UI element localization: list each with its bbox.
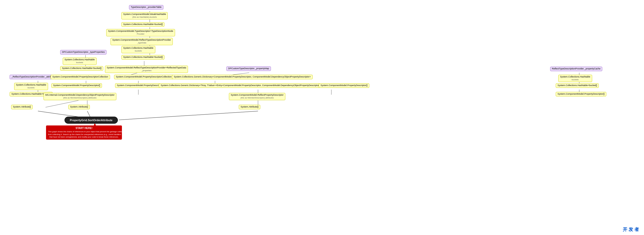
node-buckets-prop-cache: System.Collections.Hashtable+bucket[] xyxy=(556,83,599,88)
node-text-weak-hashtable: System.ComponentModel.WeakHashtable xyxy=(123,13,166,16)
node-box-buckets-pc: System.Collections.Hashtable+bucket[] xyxy=(556,83,599,88)
node-label-hashtable-td: buckets xyxy=(123,50,154,52)
node-box-attr-2: System.Attribute[] xyxy=(68,105,90,109)
node-box-pda-1: System.ComponentModel.PropertyDescriptor… xyxy=(51,83,102,88)
node-box-type-desc-node: System.ComponentModel.TypeDescriptor+Typ… xyxy=(106,29,175,36)
node-sys-attr-2: System.Attribute[] xyxy=(68,105,90,109)
node-box-dp-custom-type-props: DPCustomTypeDescriptor._typeProperties xyxy=(60,50,106,55)
node-box-generic-dict: System.Collections.Generic.Dictionary<Co… xyxy=(172,75,313,79)
node-box-buckets-3: System.Collections.Hashtable+bucket[] xyxy=(60,66,103,71)
node-box-pda-pc: System.ComponentModel.PropertyDescriptor… xyxy=(556,92,606,96)
node-box-generic-dict-entries: System.Collections.Generic.Dictionary<TK… xyxy=(159,83,324,88)
node-box-weak-hashtable: System.ComponentModel.WeakHashtable (thi… xyxy=(121,12,168,19)
node-box-hashtable-prop-cache: System.Collections.Hashtable buckets xyxy=(558,75,592,82)
node-box-pda-2: System.ComponentModel.PropertyDescriptor… xyxy=(115,83,166,88)
node-box-dep-obj-prop-desc: MS.Internal.ComponentModel.DependencyObj… xyxy=(44,93,116,100)
node-box-reflect-type-desc: System.ComponentModel.ReflectTypeDescrip… xyxy=(111,38,173,45)
node-prop-desc-collection-2: System.ComponentModel.PropertyDescriptor… xyxy=(114,75,174,79)
node-box-reflect-prop-desc: System.ComponentModel.ReflectPropertyDes… xyxy=(229,93,285,100)
node-text-dep-obj: MS.Internal.ComponentModel.DependencyObj… xyxy=(45,94,115,97)
node-type-descriptor-provider-table: TypeDescriptor._providerTable xyxy=(129,5,163,10)
node-start-here: START HERE! This graph shows the chains … xyxy=(46,125,122,140)
node-dp-custom-prop-map: DPCustomTypeDescriptor._propertyMap xyxy=(226,66,271,71)
main-canvas: TypeDescriptor._providerTable System.Com… xyxy=(0,0,644,235)
node-prop-desc-collection-1: System.ComponentModel.PropertyDescriptor… xyxy=(51,75,110,79)
node-label-type-desc: Provider xyxy=(108,33,173,35)
node-prop-cache-label: ReflectTypeDescriptionProvider._property… xyxy=(550,67,602,71)
node-hashtable-prop-cache: System.Collections.Hashtable buckets xyxy=(558,75,592,82)
node-dep-obj-prop-desc: MS.Internal.ComponentModel.DependencyObj… xyxy=(44,93,116,100)
node-hashtable-attr-cache: System.Collections.Hashtable buckets xyxy=(14,83,48,90)
node-box-attr-1: System.Attribute[] xyxy=(11,105,33,109)
node-reflect-type-desc-provider: System.ComponentModel.ReflectTypeDescrip… xyxy=(111,38,173,45)
node-text-type-desc: System.ComponentModel.TypeDescriptor+Typ… xyxy=(108,30,173,33)
node-box-prop-cache-label: ReflectTypeDescriptionProvider._property… xyxy=(550,67,602,71)
node-generic-dict: System.Collections.Generic.Dictionary<Co… xyxy=(172,75,313,79)
node-box-dp-prop-map: DPCustomTypeDescriptor._propertyMap xyxy=(226,66,271,71)
node-box-type-descriptor: TypeDescriptor._providerTable xyxy=(129,5,163,10)
node-box-reflected-type-data: System.ComponentModel.ReflectTypeDescrip… xyxy=(105,66,188,73)
node-prop-desc-arr-1: System.ComponentModel.PropertyDescriptor… xyxy=(51,83,102,88)
start-here-title: START HERE! xyxy=(48,126,120,130)
node-prop-desc-arr-right: System.ComponentModel.PropertyDescriptor… xyxy=(319,83,369,88)
node-prop-desc-arr-2: System.ComponentModel.PropertyDescriptor… xyxy=(115,83,166,88)
start-here-desc: This graph shows the chains of reference… xyxy=(48,130,120,139)
node-box-pdc-2: System.ComponentModel.PropertyDescriptor… xyxy=(114,75,174,79)
node-text-reflect: System.ComponentModel.ReflectTypeDescrip… xyxy=(112,39,171,42)
node-text-hashtable-td: System.Collections.Hashtable xyxy=(123,47,154,50)
node-buckets-arr-1: System.Collections.Hashtable+bucket[] xyxy=(121,22,164,27)
node-text-reflect-prop: System.ComponentModel.ReflectPropertyDes… xyxy=(231,94,284,97)
node-type-desc-node: System.ComponentModel.TypeDescriptor+Typ… xyxy=(106,29,175,36)
node-dp-custom-type-props: DPCustomTypeDescriptor._typeProperties xyxy=(60,50,106,55)
node-label-weak-hashtable: (this as Hashtable).buckets xyxy=(123,16,166,18)
node-property-grid-sort-order: PropertyGrid.SortOrderAttribute xyxy=(65,117,118,124)
node-reflected-type-data: System.ComponentModel.ReflectTypeDescrip… xyxy=(105,66,188,73)
node-label-dep-obj: (this as MemberDescriptor).attributes xyxy=(45,97,115,99)
node-box-buckets-2: System.Collections.Hashtable+bucket[] xyxy=(121,55,164,60)
node-box-attr-3: System.Attribute[] xyxy=(239,105,260,109)
node-text-hashtable-left: System.Collections.Hashtable xyxy=(65,58,95,61)
node-sys-attr-1: System.Attribute[] xyxy=(11,105,33,109)
node-reflect-prop-desc: System.ComponentModel.ReflectPropertyDes… xyxy=(229,93,285,100)
node-box-buckets-1: System.Collections.Hashtable+bucket[] xyxy=(121,22,164,27)
node-text-hashtable-pc: System.Collections.Hashtable xyxy=(560,75,590,79)
node-label-reflect-prop: (this as MemberDescriptor).attributes xyxy=(231,97,284,99)
node-hashtable-left: System.Collections.Hashtable buckets xyxy=(63,58,97,65)
node-label-reflect: _typeData xyxy=(112,42,171,44)
node-box-hashtable-left: System.Collections.Hashtable buckets xyxy=(63,58,97,65)
node-sys-attr-3: System.Attribute[] xyxy=(239,105,260,109)
node-hashtable-typedata: System.Collections.Hashtable buckets xyxy=(121,46,155,53)
node-weak-hashtable: System.ComponentModel.WeakHashtable (thi… xyxy=(121,12,168,19)
node-prop-desc-arr-prop-cache: System.ComponentModel.PropertyDescriptor… xyxy=(556,92,606,96)
node-label-hashtable-left: buckets xyxy=(65,61,95,64)
node-buckets-arr-2: System.Collections.Hashtable+bucket[] xyxy=(121,55,164,60)
node-box-pdc-1: System.ComponentModel.PropertyDescriptor… xyxy=(51,75,110,79)
node-text-reflected: System.ComponentModel.ReflectTypeDescrip… xyxy=(107,66,186,69)
node-label-reflected: _properties xyxy=(107,69,186,72)
node-box-start-here: START HERE! This graph shows the chains … xyxy=(46,125,122,140)
node-generic-dict-entries: System.Collections.Generic.Dictionary<TK… xyxy=(159,83,324,88)
node-box-hashtable-typedata: System.Collections.Hashtable buckets xyxy=(121,46,155,53)
node-box-hashtable-attr-cache: System.Collections.Hashtable buckets xyxy=(14,83,48,90)
node-box-sort-order: PropertyGrid.SortOrderAttribute xyxy=(65,117,118,124)
node-label-hashtable-pc: buckets xyxy=(560,79,590,81)
node-text-hashtable-ac: System.Collections.Hashtable xyxy=(16,84,46,87)
node-label-hashtable-ac: buckets xyxy=(16,87,46,89)
node-buckets-arr-3: System.Collections.Hashtable+bucket[] xyxy=(60,66,103,71)
svg-line-19 xyxy=(119,111,258,120)
watermark: 开 发 者 xyxy=(623,226,639,232)
node-box-pda-right: System.ComponentModel.PropertyDescriptor… xyxy=(319,83,369,88)
